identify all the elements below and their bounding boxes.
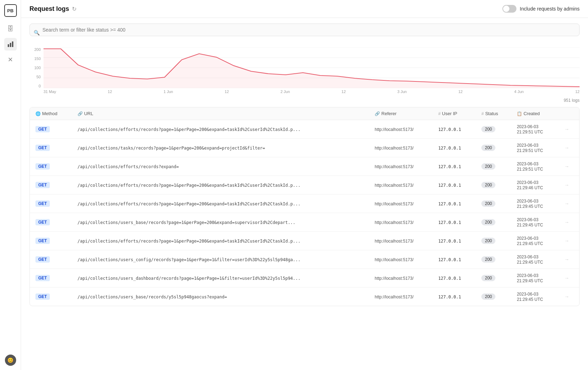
row-arrow-icon[interactable]: →: [564, 294, 569, 299]
cell-url: /api/collections/efforts/records?page=1&…: [72, 194, 369, 213]
cell-arrow[interactable]: →: [559, 176, 579, 194]
url-value: /api/collections/efforts/records?page=1&…: [78, 183, 301, 188]
table-row: GET /api/collections/users_base/records?…: [30, 213, 579, 232]
row-arrow-icon[interactable]: →: [564, 201, 569, 206]
include-admins-toggle[interactable]: [502, 5, 516, 13]
col-user-ip: #User IP: [433, 107, 476, 120]
cell-arrow[interactable]: →: [559, 213, 579, 232]
cell-arrow[interactable]: →: [559, 157, 579, 176]
cell-created: 2023-06-0321:29:45 UTC: [511, 250, 559, 269]
table-row: GET /api/collections/tasks/records?page=…: [30, 139, 579, 157]
cell-created: 2023-06-0321:29:45 UTC: [511, 232, 559, 250]
ip-value: 127.0.0.1: [438, 295, 461, 299]
date-value: 2023-06-0321:29:45 UTC: [517, 255, 543, 265]
method-badge: GET: [35, 145, 50, 151]
referer-value: http://localhost:5173/: [375, 146, 414, 151]
cell-status: 200: [476, 157, 511, 176]
status-badge: 200: [481, 238, 495, 244]
method-badge: GET: [35, 219, 50, 225]
ip-value: 127.0.0.1: [438, 201, 461, 206]
cell-ip: 127.0.0.1: [433, 194, 476, 213]
table-row: GET /api/collections/efforts/records?pag…: [30, 194, 579, 213]
logo[interactable]: PB: [4, 4, 17, 17]
cell-ip: 127.0.0.1: [433, 120, 476, 139]
sidebar-item-tools[interactable]: ✕: [4, 53, 17, 66]
cell-ip: 127.0.0.1: [433, 157, 476, 176]
url-value: /api/collections/efforts/records?expand=: [78, 164, 179, 169]
cell-method: GET: [30, 120, 72, 139]
svg-rect-1: [10, 43, 11, 47]
user-avatar[interactable]: 😊: [5, 355, 16, 366]
referer-value: http://localhost:5173/: [375, 201, 414, 206]
cell-method: GET: [30, 139, 72, 157]
referer-value: http://localhost:5173/: [375, 127, 414, 132]
cell-url: /api/collections/tasks/records?page=1&pe…: [72, 139, 369, 157]
method-badge: GET: [35, 182, 50, 188]
row-arrow-icon[interactable]: →: [564, 238, 569, 244]
cell-referer: http://localhost:5173/: [369, 250, 433, 269]
col-created: 📋Created: [511, 107, 559, 120]
method-badge: GET: [35, 200, 50, 207]
cell-arrow[interactable]: →: [559, 288, 579, 306]
cell-referer: http://localhost:5173/: [369, 157, 433, 176]
cell-url: /api/collections/users_config/records?pa…: [72, 250, 369, 269]
col-actions: [559, 107, 579, 120]
cell-created: 2023-06-0321:29:51 UTC: [511, 157, 559, 176]
cell-ip: 127.0.0.1: [433, 250, 476, 269]
sidebar-item-chart[interactable]: [4, 38, 17, 51]
table-row: GET /api/collections/efforts/records?exp…: [30, 157, 579, 176]
referer-value: http://localhost:5173/: [375, 257, 414, 262]
status-badge: 200: [481, 200, 495, 207]
row-arrow-icon[interactable]: →: [564, 219, 569, 225]
row-arrow-icon[interactable]: →: [564, 275, 569, 281]
row-arrow-icon[interactable]: →: [564, 145, 569, 151]
cell-created: 2023-06-0321:29:46 UTC: [511, 176, 559, 194]
refresh-icon[interactable]: ↻: [72, 6, 76, 12]
svg-rect-2: [12, 41, 13, 47]
table-body: GET /api/collections/efforts/records?pag…: [30, 120, 579, 306]
cell-created: 2023-06-0321:29:45 UTC: [511, 194, 559, 213]
method-badge: GET: [35, 238, 50, 244]
svg-rect-0: [8, 44, 9, 47]
cell-method: GET: [30, 269, 72, 288]
cell-method: GET: [30, 250, 72, 269]
cell-arrow[interactable]: →: [559, 232, 579, 250]
cell-arrow[interactable]: →: [559, 269, 579, 288]
main-content: Request logs ↻ Include requests by admin…: [21, 0, 588, 370]
top-bar-right: Include requests by admins: [502, 5, 580, 13]
cell-created: 2023-06-0321:29:45 UTC: [511, 269, 559, 288]
method-badge: GET: [35, 293, 50, 300]
cell-referer: http://localhost:5173/: [369, 139, 433, 157]
cell-referer: http://localhost:5173/: [369, 288, 433, 306]
date-value: 2023-06-0321:29:51 UTC: [517, 124, 543, 134]
cell-ip: 127.0.0.1: [433, 139, 476, 157]
cell-method: GET: [30, 213, 72, 232]
chart-container: 200 150 100 50 0: [29, 47, 580, 97]
cell-arrow[interactable]: →: [559, 139, 579, 157]
url-value: /api/collections/users_base/records/y5sl…: [78, 295, 227, 299]
logs-table: 🌐Method 🔗URL 🔗Referer #User IP #Status 📋…: [30, 107, 579, 306]
cell-status: 200: [476, 250, 511, 269]
col-method: 🌐Method: [30, 107, 72, 120]
status-badge: 200: [481, 163, 495, 170]
cell-method: GET: [30, 288, 72, 306]
row-arrow-icon[interactable]: →: [564, 257, 569, 262]
row-arrow-icon[interactable]: →: [564, 164, 569, 169]
table-row: GET /api/collections/users_base/records/…: [30, 288, 579, 306]
cell-arrow[interactable]: →: [559, 250, 579, 269]
cell-method: GET: [30, 157, 72, 176]
sidebar-item-database[interactable]: 🗄: [4, 22, 17, 35]
cell-ip: 127.0.0.1: [433, 176, 476, 194]
cell-referer: http://localhost:5173/: [369, 269, 433, 288]
row-arrow-icon[interactable]: →: [564, 126, 569, 132]
cell-url: /api/collections/users_base/records/y5sl…: [72, 288, 369, 306]
row-arrow-icon[interactable]: →: [564, 182, 569, 188]
date-value: 2023-06-0321:29:45 UTC: [517, 236, 543, 246]
cell-arrow[interactable]: →: [559, 194, 579, 213]
cell-referer: http://localhost:5173/: [369, 194, 433, 213]
cell-method: GET: [30, 232, 72, 250]
cell-status: 200: [476, 139, 511, 157]
search-input[interactable]: [29, 24, 580, 36]
ip-value: 127.0.0.1: [438, 183, 461, 188]
cell-arrow[interactable]: →: [559, 120, 579, 139]
